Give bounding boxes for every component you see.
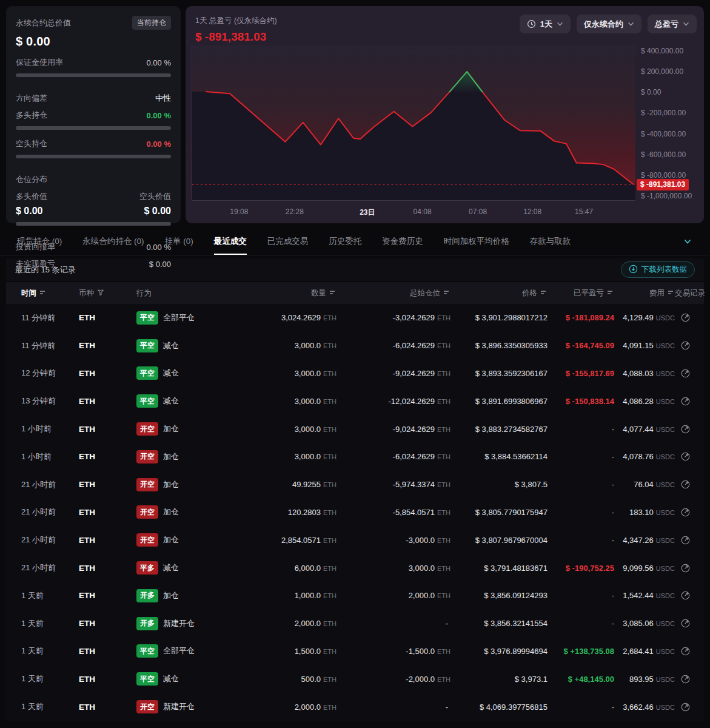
column-header[interactable]: 费用: [614, 288, 675, 298]
fill-time: 1 小时前: [21, 423, 79, 434]
fill-row[interactable]: 11 分钟前 ETH 平空 减仓 3,000.0ETH -6,024.2629E…: [6, 332, 704, 360]
fill-row[interactable]: 1 天前 ETH 开多 新建开仓 2,000.0ETH - $ 3,856.32…: [6, 610, 704, 638]
tab[interactable]: 时间加权平均价格: [444, 229, 509, 255]
fill-time: 21 小时前: [21, 507, 79, 517]
trade-record-link-icon[interactable]: [679, 339, 692, 352]
fill-time: 1 小时前: [21, 451, 79, 462]
tab[interactable]: 最近成交: [214, 229, 247, 255]
column-header[interactable]: 价格: [450, 288, 548, 298]
trade-record-link-icon[interactable]: [679, 673, 692, 686]
direction-badge: 开空: [136, 505, 158, 519]
column-header[interactable]: 已平盈亏: [548, 288, 614, 298]
fill-closed-pnl: -: [548, 703, 614, 712]
fill-coin: ETH: [79, 619, 136, 628]
trade-record-link-icon[interactable]: [679, 645, 692, 658]
fill-closed-pnl: -: [548, 452, 614, 461]
fill-time: 12 分钟前: [21, 368, 79, 379]
tab[interactable]: 已完成交易: [267, 229, 309, 255]
fill-row[interactable]: 11 分钟前 ETH 平空 全部平仓 3,024.2629ETH -3,024.…: [6, 304, 704, 332]
chart-x-axis: 19:0822:2823日04:0807:0812:0815:47: [192, 203, 635, 220]
fill-start-position: 3,000.0ETH: [337, 564, 450, 573]
fill-row[interactable]: 1 天前 ETH 平空 全部平仓 1,500.0ETH -1,500.0ETH …: [6, 638, 704, 666]
fill-fee: 893.95USDC: [614, 675, 675, 684]
sort-icon: [329, 289, 337, 297]
fill-fee: 4,091.15USDC: [614, 341, 675, 350]
fill-row[interactable]: 1 天前 ETH 开空 新建开仓 2,000.0ETH - $ 4,069.39…: [6, 693, 704, 721]
column-header[interactable]: 数量: [265, 288, 337, 298]
trade-record-link-icon[interactable]: [679, 395, 692, 408]
fill-quantity: 120.2803ETH: [265, 508, 337, 517]
column-header[interactable]: 交易记录: [675, 288, 705, 298]
fill-time: 1 天前: [21, 590, 79, 601]
trade-record-link-icon[interactable]: [679, 506, 692, 519]
column-header[interactable]: 起始仓位: [337, 288, 450, 298]
fill-row[interactable]: 12 分钟前 ETH 平空 减仓 3,000.0ETH -9,024.2629E…: [6, 360, 704, 388]
fill-fee: 3,085.06USDC: [614, 619, 675, 628]
download-list-button[interactable]: 下载列表数据: [621, 261, 695, 278]
direction-badge: 开多: [136, 589, 158, 602]
fill-start-position: -9,024.2629ETH: [337, 425, 450, 434]
trade-record-link-icon[interactable]: [679, 562, 692, 575]
fill-row[interactable]: 21 小时前 ETH 平多 减仓 6,000.0ETH 3,000.0ETH $…: [6, 554, 704, 582]
fill-closed-pnl: -: [548, 508, 614, 517]
fill-action: 减仓: [163, 396, 179, 406]
tab[interactable]: 现货持仓 (0): [17, 229, 62, 255]
fill-closed-pnl: $ -181,089.24: [548, 313, 614, 322]
short-position-label: 空头持仓: [16, 138, 47, 149]
pnl-area-chart[interactable]: [192, 46, 635, 201]
collapse-chevron-icon[interactable]: [683, 237, 692, 248]
fill-fee: 4,086.28USDC: [614, 397, 675, 406]
fill-row[interactable]: 1 天前 ETH 开多 加仓 1,000.0ETH 2,000.0ETH $ 3…: [6, 582, 704, 610]
current-pnl-axis-badge: $ -891,381.03: [637, 179, 689, 190]
tab[interactable]: 挂单 (0): [165, 229, 193, 255]
fill-coin: ETH: [79, 536, 136, 545]
chart-filter-dropdown[interactable]: 总盈亏: [648, 15, 697, 33]
column-header[interactable]: 时间: [21, 288, 79, 298]
fill-start-position: -1,500.0ETH: [337, 647, 450, 656]
fill-coin: ETH: [79, 591, 136, 600]
fill-start-position: -12,024.2629ETH: [337, 397, 450, 406]
fill-row[interactable]: 1 小时前 ETH 开空 加仓 3,000.0ETH -6,024.2629ET…: [6, 443, 704, 471]
trade-record-link-icon[interactable]: [679, 423, 692, 436]
fill-action: 加仓: [163, 507, 179, 517]
tab[interactable]: 历史委托: [329, 229, 361, 255]
trade-record-link-icon[interactable]: [679, 617, 692, 630]
column-header[interactable]: 行为: [136, 288, 265, 298]
fill-closed-pnl: -: [548, 480, 614, 489]
tab[interactable]: 资金费历史: [382, 229, 423, 255]
chart-y-axis: $ 400,000.00$ 200,000.00$ 0.00$ -200,000…: [635, 46, 704, 201]
fill-price: $ 3,856.32141554: [450, 619, 548, 628]
fill-row[interactable]: 21 小时前 ETH 开空 加仓 120.2803ETH -5,854.0571…: [6, 499, 704, 527]
trade-record-link-icon[interactable]: [679, 450, 692, 463]
trade-record-link-icon[interactable]: [679, 534, 692, 547]
fill-price: $ 4,069.397756815: [450, 703, 548, 712]
fill-row[interactable]: 13 分钟前 ETH 平空 减仓 3,000.0ETH -12,024.2629…: [6, 387, 704, 415]
tab[interactable]: 永续合约持仓 (0): [82, 229, 144, 255]
direction-badge: 平多: [136, 561, 158, 575]
trade-record-link-icon[interactable]: [679, 478, 692, 491]
fill-row[interactable]: 21 小时前 ETH 开空 加仓 2,854.0571ETH -3,000.0E…: [6, 526, 704, 554]
download-icon: [629, 265, 638, 275]
chart-area-mask: [192, 72, 635, 200]
trade-record-link-icon[interactable]: [679, 311, 692, 324]
perp-total-value-label: 永续合约总价值: [16, 18, 71, 29]
trade-record-link-icon[interactable]: [679, 701, 692, 713]
chart-filter-dropdown[interactable]: 仅永续合约: [577, 15, 641, 33]
perp-total-value: $ 0.00: [16, 35, 171, 49]
fill-row[interactable]: 1 小时前 ETH 开空 加仓 3,000.0ETH -9,024.2629ET…: [6, 415, 704, 443]
fill-price: $ 3,856.09124293: [450, 591, 548, 600]
chart-filter-dropdown[interactable]: 1天: [520, 15, 571, 33]
direction-bias-value: 中性: [155, 93, 171, 104]
trade-record-link-icon[interactable]: [679, 367, 692, 380]
tab[interactable]: 存款与取款: [530, 229, 571, 255]
long-position-label: 多头持仓: [16, 110, 47, 121]
fill-row[interactable]: 1 天前 ETH 平空 减仓 500.0ETH -2,000.0ETH $ 3,…: [6, 665, 704, 693]
margin-usage-bar: [16, 73, 171, 77]
short-position-value: 0.00 %: [147, 140, 171, 149]
fill-action: 加仓: [163, 451, 179, 462]
fill-row[interactable]: 21 小时前 ETH 开空 加仓 49.9255ETH -5,974.3374E…: [6, 471, 704, 499]
column-header[interactable]: 币种: [79, 288, 136, 298]
fill-quantity: 3,000.0ETH: [265, 452, 337, 461]
trade-record-link-icon[interactable]: [679, 589, 692, 602]
fill-quantity: 3,000.0ETH: [265, 397, 337, 406]
